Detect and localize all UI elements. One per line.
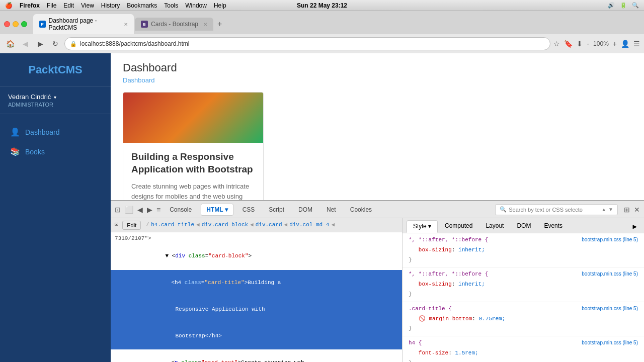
css-prop-3: margin-bottom <box>429 316 472 322</box>
zoom-level: 100% <box>593 40 609 47</box>
html-line-selected-3[interactable]: Bootstrap</h4> <box>111 323 402 349</box>
tab-dashboard[interactable]: P Dashboard page - PacktCMS ✕ <box>33 14 134 34</box>
css-tab-events[interactable]: Events <box>538 220 569 233</box>
breadcrumb-sep-1: / <box>146 221 149 229</box>
devtools-tab-css[interactable]: CSS <box>237 204 260 215</box>
css-source-2[interactable]: bootstrap.min.css (line 5) <box>582 269 638 279</box>
devtools-list-icon[interactable]: ≡ <box>156 206 160 214</box>
file-menu[interactable]: File <box>47 2 56 9</box>
devtools-close-icon[interactable]: ✕ <box>634 206 640 214</box>
tab-bootstrap[interactable]: B Cards - Bootstrap ✕ <box>135 18 213 31</box>
devtools-inspect-icon[interactable]: ⬜ <box>125 206 133 214</box>
devtools-tab-html[interactable]: HTML ▾ <box>201 204 233 216</box>
breadcrumb-dashboard[interactable]: Dashboard <box>123 76 155 84</box>
css-panel: Style ▾ Computed Layout DOM Events ▶ boo… <box>403 218 644 362</box>
history-menu[interactable]: History <box>101 2 120 9</box>
css-prop-1: box-sizing <box>419 247 452 253</box>
close-window-btn[interactable] <box>4 21 10 27</box>
css-rule-1: bootstrap.min.css (line 5) *, *::after, … <box>403 233 644 267</box>
css-prop-4: font-size <box>419 350 448 356</box>
url-bar[interactable]: 🔒 localhost:8888/packtcms/dashboard.html <box>64 37 550 50</box>
html-line: ▼ <div class="card-block"> <box>111 243 402 270</box>
devtools-toolbar: ⊡ ⬜ ◀ ▶ ≡ Console HTML ▾ CSS Script DOM … <box>111 201 644 218</box>
tools-menu[interactable]: Tools <box>164 2 178 9</box>
download-icon[interactable]: ⬇ <box>577 40 583 48</box>
back-button[interactable]: ◀ <box>19 38 31 50</box>
devtools-tab-cookies[interactable]: Cookies <box>345 204 377 215</box>
sidebar-username: Vedran Cindrić ▾ <box>8 93 103 101</box>
css-tab-dom[interactable]: DOM <box>511 220 537 233</box>
css-rule-4: bootstrap.min.css (line 5) h4 { font-siz… <box>403 336 644 362</box>
devtools-tab-dom[interactable]: DOM <box>293 204 317 215</box>
card-area: Building a Responsive Application with B… <box>111 84 644 200</box>
css-rule-2: bootstrap.min.css (line 5) *, *::after, … <box>403 267 644 302</box>
new-tab-button[interactable]: + <box>214 20 225 29</box>
sidebar-item-books[interactable]: 📚 Books <box>0 142 111 161</box>
window-menu[interactable]: Window <box>185 2 207 9</box>
breadcrumb-div-col-md-4[interactable]: div.col-md-4 <box>289 221 329 230</box>
zoom-out-icon[interactable]: - <box>587 40 589 48</box>
help-menu[interactable]: Help <box>214 2 226 9</box>
css-panel-expand-icon[interactable]: ▶ <box>630 220 640 233</box>
dropdown-icon[interactable]: ▾ <box>54 95 56 100</box>
devtools-pointer-icon[interactable]: ⊡ <box>115 206 121 214</box>
bookmark-icon[interactable]: 🔖 <box>564 40 573 48</box>
zoom-in-icon[interactable]: + <box>613 40 617 48</box>
breadcrumb-sep-4: ◀ <box>284 221 288 230</box>
sidebar-item-dashboard[interactable]: 👤 Dashboard <box>0 122 111 142</box>
devtools-search-input[interactable] <box>509 207 599 213</box>
right-panel: Dashboard Dashboard Building a Responsiv… <box>111 53 644 362</box>
breadcrumb-div-card[interactable]: div.card <box>256 221 282 230</box>
devtools-settings-icon[interactable]: ⊞ <box>624 206 630 214</box>
user-icon[interactable]: 👤 <box>621 40 629 48</box>
bookmarks-menu[interactable]: Bookmarks <box>127 2 157 9</box>
browser-tab-bar: P Dashboard page - PacktCMS ✕ B Cards - … <box>0 11 644 34</box>
css-source-4[interactable]: bootstrap.min.css (line 5) <box>582 338 638 347</box>
devtools-search-bar[interactable]: 🔍 ▲ ▼ <box>495 204 618 215</box>
sidebar-brand-name: PacktCMS <box>28 63 83 76</box>
reload-button[interactable]: ↻ <box>49 38 61 50</box>
html-line: <p class="card-text">Create stunning web <box>111 349 402 362</box>
minimize-window-btn[interactable] <box>13 21 19 27</box>
tab-favicon-packt: P <box>39 21 46 28</box>
devtools-tab-script[interactable]: Script <box>264 204 289 215</box>
star-icon[interactable]: ☆ <box>553 40 560 48</box>
devtools-content: ⊡ Edit / h4.card-title ◀ div.card-block … <box>111 218 644 362</box>
html-line-selected-2[interactable]: Responsive Application with <box>111 296 402 323</box>
css-tab-style[interactable]: Style ▾ <box>407 220 438 233</box>
devtools-logo-icon: ⊡ <box>115 220 118 230</box>
forward-button[interactable]: ▶ <box>34 38 46 50</box>
view-menu[interactable]: View <box>81 2 94 9</box>
devtools-search-up[interactable]: ▲ <box>601 207 606 212</box>
css-tab-bar: Style ▾ Computed Layout DOM Events ▶ <box>403 218 644 233</box>
edit-button[interactable]: Edit <box>122 221 141 230</box>
devtools-forward-icon[interactable]: ▶ <box>147 206 152 214</box>
home-button[interactable]: 🏠 <box>4 38 16 50</box>
course-card: Building a Responsive Application with B… <box>123 92 264 200</box>
css-tab-layout[interactable]: Layout <box>479 220 510 233</box>
apple-menu[interactable]: 🍎 <box>5 2 13 9</box>
tab-dashboard-close[interactable]: ✕ <box>124 22 128 27</box>
breadcrumb-h4-card-title[interactable]: h4.card-title <box>151 221 194 230</box>
css-val-4: 1.5rem; <box>455 350 478 356</box>
devtools-tab-net[interactable]: Net <box>321 204 341 215</box>
css-source-3[interactable]: bootstrap.min.css (line 5) <box>582 304 638 313</box>
page-title: Dashboard <box>123 61 632 74</box>
css-selector-3: .card-title { <box>409 306 452 312</box>
maximize-window-btn[interactable] <box>21 21 27 27</box>
html-line-selected-1[interactable]: <h4 class="card-title">Building a <box>111 270 402 297</box>
edit-menu[interactable]: Edit <box>63 2 74 9</box>
css-error-icon: 🚫 <box>419 316 426 322</box>
menu-icon[interactable]: ☰ <box>633 40 640 48</box>
css-source-1[interactable]: bootstrap.min.css (line 5) <box>582 235 638 244</box>
devtools-back-icon[interactable]: ◀ <box>137 206 143 214</box>
breadcrumb-div-card-block[interactable]: div.card-block <box>202 221 248 230</box>
tab-bootstrap-close[interactable]: ✕ <box>203 22 207 27</box>
html-tree: 7310/2107"> ▼ <div class="card-block"> <… <box>111 232 402 362</box>
devtools-tab-console[interactable]: Console <box>165 204 197 215</box>
sidebar-brand: PacktCMS <box>0 53 111 86</box>
css-rule-3: bootstrap.min.css (line 5) .card-title {… <box>403 302 644 336</box>
css-tab-computed[interactable]: Computed <box>439 220 478 233</box>
devtools-search-down[interactable]: ▼ <box>608 207 613 212</box>
firefox-menu[interactable]: Firefox <box>20 2 40 9</box>
